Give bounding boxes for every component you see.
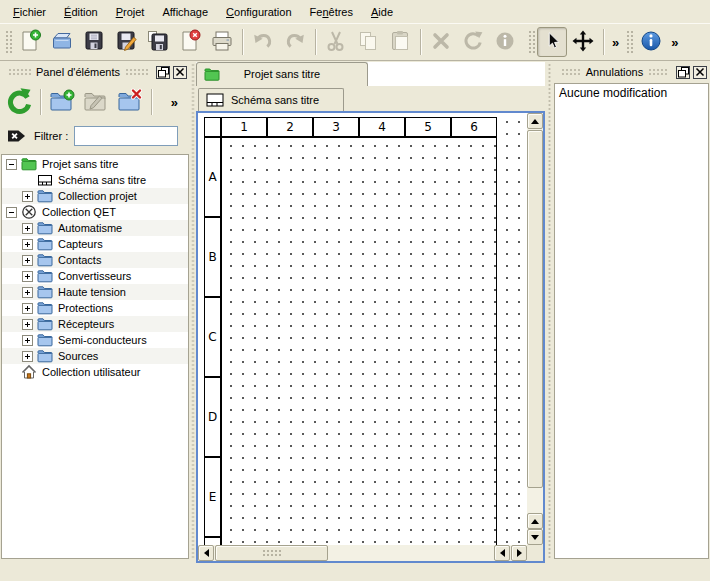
scroll-right-button[interactable] (511, 545, 527, 561)
undo-button[interactable] (247, 26, 279, 58)
tree-item-collection-projet[interactable]: Collection projet (2, 188, 188, 204)
menu-fichier[interactable]: Fichier (4, 3, 55, 21)
rotate-button[interactable] (457, 26, 489, 58)
save-all-button[interactable] (142, 26, 174, 58)
scroll-down-button[interactable] (527, 529, 543, 545)
menu-fenetres[interactable]: Fenêtres (301, 3, 362, 21)
toolbar-drag-handle[interactable] (527, 29, 535, 55)
toolbar-overflow-button[interactable]: » (608, 35, 623, 50)
delete-button[interactable] (425, 26, 457, 58)
horizontal-scroll-thumb[interactable] (215, 545, 328, 561)
reload-collections-button[interactable] (2, 85, 36, 119)
schema-view[interactable]: 123456ABCDE (196, 111, 545, 563)
folder-blue-icon (37, 300, 53, 316)
tree-item-capteurs[interactable]: Capteurs (2, 236, 188, 252)
scroll-left-button-2[interactable] (494, 545, 510, 561)
row-header-E: E (204, 457, 221, 537)
expander-plus-icon[interactable] (22, 191, 33, 202)
column-header-6: 6 (451, 117, 497, 137)
close-document-button[interactable] (174, 26, 206, 58)
undo-panel-titlebar[interactable]: Annulations (553, 64, 710, 80)
move-tool-button[interactable] (567, 26, 599, 58)
tree-item-convertisseurs[interactable]: Convertisseurs (2, 268, 188, 284)
cut-button[interactable] (320, 26, 352, 58)
project-tab[interactable]: Projet sans titre (196, 62, 368, 86)
schema-tab[interactable]: Schéma sans titre (198, 88, 344, 111)
tree-item-collection-utilisateur[interactable]: Collection utilisateur (2, 364, 188, 380)
info-blue-icon (639, 29, 663, 55)
menu-configuration[interactable]: Configuration (217, 3, 300, 21)
tree-item-sources[interactable]: Sources (2, 348, 188, 364)
scroll-up-button[interactable] (527, 113, 543, 129)
float-panel-button[interactable] (676, 66, 690, 79)
select-tool-button[interactable] (537, 27, 567, 57)
toolbar-drag-handle[interactable] (625, 29, 633, 55)
expander-plus-icon[interactable] (22, 271, 33, 282)
copy-button[interactable] (352, 26, 384, 58)
tree-item-projet-sans-titre[interactable]: Projet sans titre (2, 156, 188, 172)
redo-button[interactable] (279, 26, 311, 58)
new-element-button[interactable] (45, 85, 79, 119)
home-icon (21, 364, 37, 380)
toolbar-drag-handle[interactable] (4, 29, 12, 55)
horizontal-scrollbar[interactable] (198, 545, 527, 561)
undo-history-item[interactable]: Aucune modification (555, 84, 708, 102)
paste-button[interactable] (384, 26, 416, 58)
tree-item-label: Automatisme (58, 222, 122, 234)
menu-aide[interactable]: Aide (362, 3, 402, 21)
element-info-button[interactable] (489, 26, 521, 58)
right-dock-splitter[interactable] (546, 62, 553, 559)
clear-filter-button[interactable] (7, 128, 27, 144)
expander-plus-icon[interactable] (22, 287, 33, 298)
scroll-up-button-2[interactable] (527, 513, 543, 529)
save-button[interactable] (78, 26, 110, 58)
expander-minus-icon[interactable] (6, 159, 17, 170)
tree-item-contacts[interactable]: Contacts (2, 252, 188, 268)
save-as-button[interactable] (110, 26, 142, 58)
open-document-button[interactable] (46, 26, 78, 58)
panel-toolbar-overflow-button[interactable]: » (167, 95, 182, 110)
menu-affichage[interactable]: Affichage (153, 3, 217, 21)
expander-plus-icon[interactable] (22, 239, 33, 250)
scroll-left-button[interactable] (198, 545, 214, 561)
tree-item-label: Schéma sans titre (58, 174, 146, 186)
close-panel-button[interactable] (693, 66, 707, 79)
elements-tree[interactable]: Projet sans titreSchéma sans titreCollec… (1, 154, 189, 559)
tree-item-haute-tension[interactable]: Haute tension (2, 284, 188, 300)
tree-item-protections[interactable]: Protections (2, 300, 188, 316)
vertical-scroll-thumb[interactable] (527, 130, 543, 488)
delete-element-button[interactable] (113, 85, 147, 119)
diagram-info-button[interactable] (635, 26, 667, 58)
tree-item-schema-sans-titre[interactable]: Schéma sans titre (2, 172, 188, 188)
tree-item-semi-conducteurs[interactable]: Semi-conducteurs (2, 332, 188, 348)
filter-input[interactable] (74, 126, 178, 146)
column-header-2: 2 (267, 117, 313, 137)
edit-element-button[interactable] (79, 85, 113, 119)
new-document-button[interactable] (14, 26, 46, 58)
expander-minus-icon[interactable] (6, 207, 17, 218)
tree-item-recepteurs[interactable]: Récepteurs (2, 316, 188, 332)
toolbar-overflow-button[interactable]: » (667, 35, 682, 50)
elements-panel-titlebar[interactable]: Panel d'éléments (0, 64, 190, 80)
vertical-scrollbar[interactable] (527, 113, 543, 545)
tree-item-label: Collection utilisateur (42, 366, 140, 378)
expander-plus-icon[interactable] (22, 303, 33, 314)
expander-plus-icon[interactable] (22, 335, 33, 346)
expander-plus-icon[interactable] (22, 223, 33, 234)
print-button[interactable] (206, 26, 238, 58)
close-panel-button[interactable] (173, 66, 187, 79)
expander-plus-icon[interactable] (22, 319, 33, 330)
redo-icon (283, 29, 307, 55)
float-panel-button[interactable] (156, 66, 170, 79)
tree-item-collection-qet[interactable]: Collection QET (2, 204, 188, 220)
menu-edition[interactable]: Édition (55, 3, 107, 21)
expander-plus-icon[interactable] (22, 351, 33, 362)
toolbar-separator (315, 29, 316, 55)
schema-canvas[interactable]: 123456ABCDE (198, 113, 527, 545)
scrollbar-corner (527, 545, 543, 561)
expander-plus-icon[interactable] (22, 255, 33, 266)
tree-item-automatisme[interactable]: Automatisme (2, 220, 188, 236)
menu-projet[interactable]: Projet (107, 3, 154, 21)
main-toolbar: » » (0, 23, 710, 61)
undo-history-list[interactable]: Aucune modification (554, 83, 709, 559)
